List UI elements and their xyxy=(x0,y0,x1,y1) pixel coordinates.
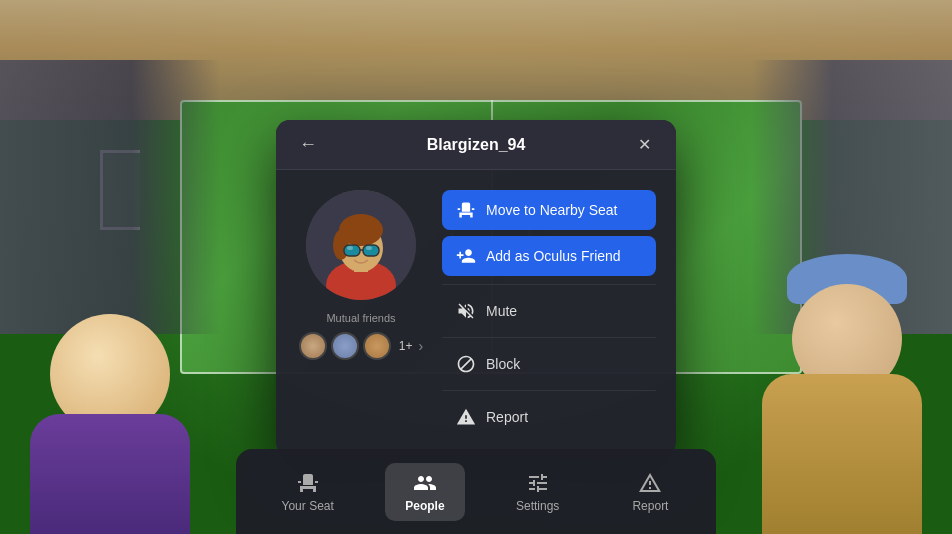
divider-3 xyxy=(442,390,656,391)
add-friend-icon xyxy=(456,246,476,266)
mute-icon xyxy=(456,301,476,321)
mutual-friends-label: Mutual friends xyxy=(326,312,395,324)
settings-nav-icon xyxy=(526,471,550,495)
close-button[interactable]: ✕ xyxy=(630,135,658,154)
svg-point-9 xyxy=(347,246,353,250)
block-icon xyxy=(456,354,476,374)
block-button[interactable]: Block xyxy=(442,344,656,384)
mutual-friends-row[interactable]: 1+ › xyxy=(299,332,423,360)
people-nav-label: People xyxy=(405,499,444,513)
friend-avatar-2 xyxy=(331,332,359,360)
avatar-left xyxy=(30,294,210,534)
mute-label: Mute xyxy=(486,303,517,319)
nav-item-your-seat[interactable]: Your Seat xyxy=(262,463,354,521)
report-label: Report xyxy=(486,409,528,425)
friend-avatar-3 xyxy=(363,332,391,360)
actions-section: Move to Nearby Seat Add as Oculus Friend… xyxy=(442,190,656,437)
divider-2 xyxy=(442,337,656,338)
move-to-nearby-seat-label: Move to Nearby Seat xyxy=(486,202,618,218)
nav-item-report[interactable]: Report xyxy=(610,463,690,521)
svg-point-10 xyxy=(366,246,372,250)
friend-avatar-1 xyxy=(299,332,327,360)
your-seat-nav-label: Your Seat xyxy=(282,499,334,513)
nav-item-settings[interactable]: Settings xyxy=(496,463,579,521)
dialog-title: Blargizen_94 xyxy=(427,136,526,154)
avatar-illustration xyxy=(306,190,416,300)
bottom-nav: Your Seat People Settings Report xyxy=(236,449,716,534)
nav-item-people[interactable]: People xyxy=(385,463,465,521)
avatar-right-body xyxy=(762,374,922,534)
report-icon xyxy=(456,407,476,427)
dialog-body: Mutual friends 1+ › Move to Nearby Seat xyxy=(276,170,676,457)
report-nav-icon xyxy=(638,471,662,495)
friends-arrow-icon: › xyxy=(419,338,424,354)
profile-section: Mutual friends 1+ › xyxy=(296,190,426,437)
back-button[interactable]: ← xyxy=(294,134,322,155)
report-button[interactable]: Report xyxy=(442,397,656,437)
add-as-oculus-friend-label: Add as Oculus Friend xyxy=(486,248,621,264)
avatar-left-body xyxy=(30,414,190,534)
report-nav-label: Report xyxy=(632,499,668,513)
seat-icon xyxy=(456,200,476,220)
add-as-oculus-friend-button[interactable]: Add as Oculus Friend xyxy=(442,236,656,276)
mute-button[interactable]: Mute xyxy=(442,291,656,331)
dialog-header: ← Blargizen_94 ✕ xyxy=(276,120,676,170)
people-nav-icon xyxy=(413,471,437,495)
block-label: Block xyxy=(486,356,520,372)
divider-1 xyxy=(442,284,656,285)
user-profile-dialog: ← Blargizen_94 ✕ xyxy=(276,120,676,457)
user-avatar xyxy=(306,190,416,300)
friends-count: 1+ xyxy=(399,339,413,353)
settings-nav-label: Settings xyxy=(516,499,559,513)
avatar-right xyxy=(732,254,932,534)
seat-nav-icon xyxy=(296,471,320,495)
move-to-nearby-seat-button[interactable]: Move to Nearby Seat xyxy=(442,190,656,230)
